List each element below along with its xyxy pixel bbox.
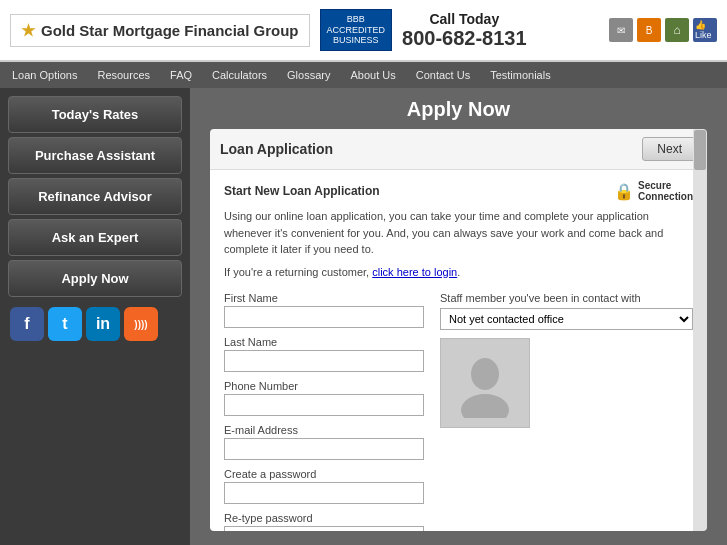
sidebar-apply-now[interactable]: Apply Now: [8, 260, 182, 297]
nav-glossary[interactable]: Glossary: [277, 65, 340, 85]
main-content: Apply Now Loan Application Next Start Ne…: [190, 88, 727, 545]
like-button[interactable]: 👍 Like: [693, 18, 717, 42]
svg-point-0: [471, 358, 499, 390]
last-name-group: Last Name: [224, 336, 424, 372]
facebook-icon[interactable]: f: [10, 307, 44, 341]
first-name-group: First Name: [224, 292, 424, 328]
linkedin-icon[interactable]: in: [86, 307, 120, 341]
last-name-label: Last Name: [224, 336, 424, 348]
bbb-badge: BBB ACCREDITED BUSINESS: [320, 9, 393, 51]
retype-password-group: Re-type password: [224, 512, 424, 532]
form-description: Using our online loan application, you c…: [224, 208, 693, 258]
secure-label: Secure: [638, 180, 671, 191]
blog-icon[interactable]: B: [637, 18, 661, 42]
start-header-text: Start New Loan Application: [224, 184, 380, 198]
nav-testimonials[interactable]: Testimonials: [480, 65, 561, 85]
email-label: E-mail Address: [224, 424, 424, 436]
nav-faq[interactable]: FAQ: [160, 65, 202, 85]
nav-loan-options[interactable]: Loan Options: [2, 65, 87, 85]
home-icon[interactable]: ⌂: [665, 18, 689, 42]
form-header: Loan Application Next: [210, 129, 707, 170]
connection-label: Connection: [638, 191, 693, 202]
header-icons: ✉ B ⌂ 👍 Like: [609, 18, 717, 42]
page-title: Apply Now: [190, 88, 727, 129]
staff-label: Staff member you've been in contact with: [440, 292, 693, 304]
call-box: Call Today 800-682-8131: [402, 11, 527, 50]
email-input[interactable]: [224, 438, 424, 460]
first-name-input[interactable]: [224, 306, 424, 328]
call-today-label: Call Today: [402, 11, 527, 27]
password-group: Create a password: [224, 468, 424, 504]
form-body: Start New Loan Application 🔒 Secure Conn…: [210, 170, 707, 531]
email-icon[interactable]: ✉: [609, 18, 633, 42]
lock-icon: 🔒: [614, 182, 634, 201]
logo-star-icon: ★: [21, 21, 35, 40]
svg-point-1: [461, 394, 509, 418]
scrollbar-thumb[interactable]: [694, 130, 706, 170]
sidebar-purchase-assistant[interactable]: Purchase Assistant: [8, 137, 182, 174]
staff-select[interactable]: Not yet contacted office: [440, 308, 693, 330]
email-group: E-mail Address: [224, 424, 424, 460]
staff-group: Staff member you've been in contact with…: [440, 292, 693, 330]
sidebar: Today's Rates Purchase Assistant Refinan…: [0, 88, 190, 545]
phone-label: Phone Number: [224, 380, 424, 392]
sidebar-todays-rates[interactable]: Today's Rates: [8, 96, 182, 133]
form-right-column: Staff member you've been in contact with…: [440, 292, 693, 532]
nav-resources[interactable]: Resources: [87, 65, 160, 85]
form-fields: First Name Last Name Phone Number E: [224, 292, 693, 532]
secure-connection-badge: 🔒 Secure Connection: [614, 180, 693, 202]
form-start-header: Start New Loan Application 🔒 Secure Conn…: [224, 180, 693, 202]
nav-contact-us[interactable]: Contact Us: [406, 65, 480, 85]
form-left-column: First Name Last Name Phone Number E: [224, 292, 424, 532]
avatar-silhouette: [450, 348, 520, 418]
rss-icon[interactable]: )))): [124, 307, 158, 341]
phone-input[interactable]: [224, 394, 424, 416]
avatar-placeholder: [440, 338, 530, 428]
first-name-label: First Name: [224, 292, 424, 304]
form-container: Loan Application Next Start New Loan App…: [210, 129, 707, 531]
scrollbar-track[interactable]: [693, 129, 707, 531]
sidebar-ask-expert[interactable]: Ask an Expert: [8, 219, 182, 256]
logo: ★ Gold Star Mortgage Financial Group: [10, 14, 310, 47]
social-icons: f t in )))): [8, 307, 182, 341]
phone-number: 800-682-8131: [402, 27, 527, 50]
twitter-icon[interactable]: t: [48, 307, 82, 341]
password-label: Create a password: [224, 468, 424, 480]
last-name-input[interactable]: [224, 350, 424, 372]
password-input[interactable]: [224, 482, 424, 504]
form-title: Loan Application: [220, 141, 333, 157]
login-prompt: If you're a returning customer, click he…: [224, 266, 693, 278]
nav-about-us[interactable]: About Us: [340, 65, 405, 85]
retype-input[interactable]: [224, 526, 424, 532]
logo-text: Gold Star Mortgage Financial Group: [41, 22, 299, 39]
top-navigation: Loan Options Resources FAQ Calculators G…: [0, 62, 727, 88]
retype-label: Re-type password: [224, 512, 424, 524]
sidebar-refinance-advisor[interactable]: Refinance Advisor: [8, 178, 182, 215]
nav-calculators[interactable]: Calculators: [202, 65, 277, 85]
phone-group: Phone Number: [224, 380, 424, 416]
login-link[interactable]: click here to login: [372, 266, 457, 278]
main-layout: Today's Rates Purchase Assistant Refinan…: [0, 88, 727, 545]
next-button[interactable]: Next: [642, 137, 697, 161]
site-header: ★ Gold Star Mortgage Financial Group BBB…: [0, 0, 727, 62]
